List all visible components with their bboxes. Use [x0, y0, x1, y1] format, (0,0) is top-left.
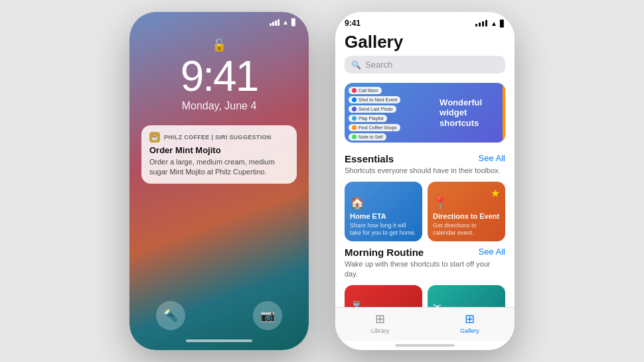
card-title: Home ETA — [350, 212, 417, 221]
banner-content: Wonderful widget shortcuts — [433, 83, 505, 143]
banner-title: Wonderful widget shortcuts — [440, 97, 499, 129]
battery-icon: ▊ — [291, 19, 297, 26]
essentials-header: Essentials See All — [345, 153, 505, 164]
home-icon: 🏠 — [350, 196, 417, 210]
location-icon: 📍 — [433, 196, 500, 210]
shortcut-chip: Note to Self — [349, 133, 386, 141]
shortcut-chip: Call Mom — [349, 87, 382, 94]
notification-card[interactable]: ☕ PHILZ COFFEE | SIRI SUGGESTION Order M… — [141, 125, 297, 184]
card-subtitle: Get directions to calendar event. — [433, 222, 500, 237]
notif-app-name: PHILZ COFFEE | SIRI SUGGESTION — [164, 134, 272, 141]
shortcut-chip: Shot to Next Event — [349, 96, 400, 103]
lockscreen-bottom: 🔦 📷 — [129, 301, 309, 350]
app-signal-icon — [475, 20, 488, 27]
essentials-cards: 🏠 Home ETA Share how long it will take f… — [345, 182, 505, 241]
signal-icon — [270, 19, 280, 26]
morning-card-teal[interactable]: ✂ — [428, 285, 505, 307]
gallery-tab-label: Gallery — [460, 328, 479, 334]
clock-date: Monday, June 4 — [182, 100, 257, 112]
essentials-title: Essentials — [345, 153, 394, 164]
essentials-see-all[interactable]: See All — [479, 153, 505, 163]
lockscreen-status-bar: ▲ ▊ — [129, 12, 309, 26]
morning-section: Morning Routine See All Wake up with the… — [335, 241, 515, 285]
app-content: Gallery 🔍 Search Call Mom Shot to Next E… — [335, 28, 515, 307]
shortcut-chip: Send Last Photo — [349, 105, 396, 113]
screenshots-container: ▲ ▊ 🔓 9:41 Monday, June 4 ☕ PHILZ COFFEE… — [129, 12, 515, 350]
morning-title: Morning Routine — [345, 247, 424, 258]
shortcut-chip: Play Playlist — [349, 115, 387, 122]
appscreen-phone: 9:41 ▲ ▊ Gallery 🔍 Search — [335, 12, 515, 350]
library-tab-label: Library — [371, 328, 390, 334]
flashlight-button[interactable]: 🔦 — [156, 301, 185, 330]
app-battery-icon: ▊ — [500, 20, 505, 27]
app-status-icons: ▲ ▊ — [475, 20, 505, 27]
essentials-subtitle: Shortcuts everyone should have in their … — [345, 166, 505, 175]
clock-time: 9:41 — [181, 55, 258, 97]
notif-app-icon: ☕ — [149, 132, 160, 143]
app-home-indicator — [335, 341, 515, 350]
home-indicator — [186, 339, 252, 342]
library-tab-icon: ⊞ — [375, 312, 385, 326]
camera-icon: 📷 — [260, 308, 275, 323]
morning-see-all[interactable]: See All — [479, 247, 505, 257]
lockscreen-actions: 🔦 📷 — [129, 301, 309, 330]
app-title: Gallery — [345, 33, 505, 50]
hourglass-icon: ⌛ — [350, 300, 417, 307]
gallery-tab-icon: ⊞ — [465, 312, 475, 326]
banner-orange-strip — [503, 83, 505, 143]
banner-shortcuts: Call Mom Shot to Next Event Send Last Ph… — [345, 83, 438, 143]
featured-banner[interactable]: Call Mom Shot to Next Event Send Last Ph… — [345, 83, 505, 143]
essentials-section: Essentials See All Shortcuts everyone sh… — [335, 148, 515, 182]
lockscreen-phone: ▲ ▊ 🔓 9:41 Monday, June 4 ☕ PHILZ COFFEE… — [129, 12, 309, 350]
status-icons: ▲ ▊ — [270, 19, 297, 26]
scissors-icon: ✂ — [433, 300, 500, 307]
app-home-bar — [395, 344, 455, 347]
morning-subtitle: Wake up with these shortcuts to start of… — [345, 259, 505, 278]
app-header: Gallery 🔍 Search — [335, 28, 515, 78]
search-bar[interactable]: 🔍 Search — [345, 56, 505, 74]
notif-body: Order a large, medium cream, medium suga… — [149, 157, 289, 177]
camera-button[interactable]: 📷 — [253, 301, 282, 330]
star-icon: ★ — [491, 187, 500, 200]
card-subtitle: Share how long it will take for you to g… — [350, 222, 417, 237]
morning-cards: ⌛ ✂ — [345, 285, 505, 307]
shortcut-chip: Find Coffee Shops — [349, 124, 400, 131]
search-input-placeholder: Search — [365, 60, 392, 70]
directions-card[interactable]: ★ 📍 Directions to Event Get directions t… — [428, 182, 505, 241]
card-title: Directions to Event — [433, 212, 500, 221]
morning-header: Morning Routine See All — [345, 247, 505, 258]
tab-gallery[interactable]: ⊞ Gallery — [425, 312, 515, 334]
notif-title: Order Mint Mojito — [149, 145, 289, 155]
search-icon: 🔍 — [351, 60, 361, 70]
tab-bar: ⊞ Library ⊞ Gallery — [335, 307, 515, 341]
notification-header: ☕ PHILZ COFFEE | SIRI SUGGESTION — [149, 132, 289, 143]
home-eta-card[interactable]: 🏠 Home ETA Share how long it will take f… — [345, 182, 422, 241]
flashlight-icon: 🔦 — [163, 308, 178, 323]
app-wifi-icon: ▲ — [491, 20, 497, 27]
app-status-time: 9:41 — [345, 19, 361, 28]
morning-card-red[interactable]: ⌛ — [345, 285, 422, 307]
app-status-bar: 9:41 ▲ ▊ — [335, 12, 515, 28]
lock-icon: 🔓 — [212, 38, 226, 52]
wifi-icon: ▲ — [282, 19, 289, 26]
tab-library[interactable]: ⊞ Library — [335, 312, 425, 334]
